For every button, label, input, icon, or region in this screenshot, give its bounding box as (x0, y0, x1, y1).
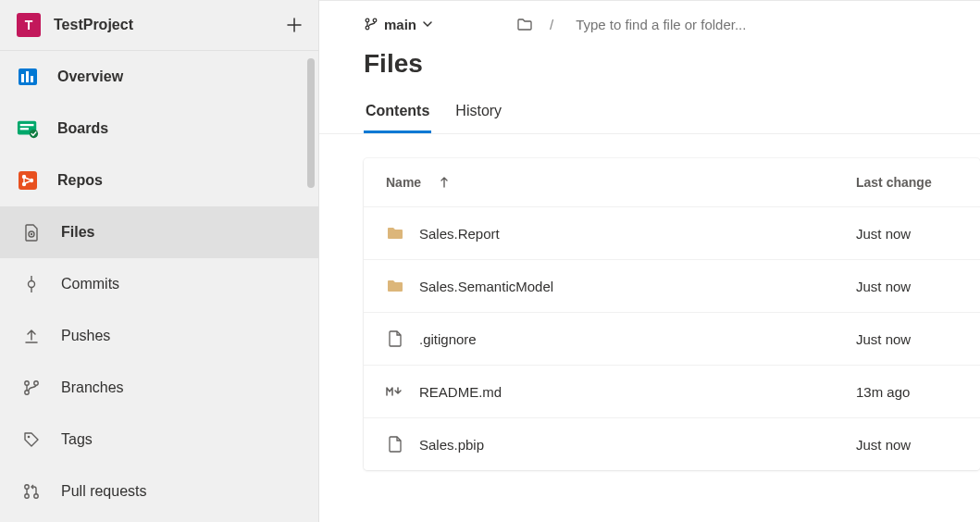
main-content: main / Files Contents History Name Last … (319, 0, 980, 522)
sidebar-item-branches[interactable]: Branches (0, 362, 318, 414)
svg-point-19 (25, 485, 29, 489)
svg-point-21 (34, 494, 38, 498)
commits-icon (20, 273, 43, 295)
svg-point-17 (34, 381, 38, 385)
branch-name: main (384, 17, 416, 32)
table-row[interactable]: Sales.Report Just now (364, 207, 980, 260)
sidebar-item-label: Boards (57, 120, 108, 137)
sidebar-item-boards[interactable]: Boards (0, 103, 318, 155)
boards-icon (17, 118, 39, 140)
sidebar-item-pull-requests[interactable]: Pull requests (0, 466, 318, 517)
file-change: Just now (856, 226, 958, 242)
file-name: README.md (419, 384, 502, 400)
file-table: Name Last change Sales.Report Just now (364, 158, 980, 470)
file-name: Sales.SemanticModel (419, 279, 553, 294)
folder-icon (386, 224, 404, 242)
tabs: Contents History (319, 97, 980, 134)
breadcrumb-separator: / (550, 17, 553, 32)
branches-icon (20, 377, 43, 399)
svg-rect-6 (20, 128, 29, 130)
svg-point-24 (373, 19, 377, 22)
nav: Overview Boards Repos Files Commits (0, 51, 318, 522)
table-row[interactable]: README.md 13m ago (364, 366, 980, 418)
breadcrumb: main / (319, 16, 980, 49)
sidebar-item-label: Overview (57, 68, 123, 85)
sidebar-item-label: Pull requests (61, 483, 147, 500)
sort-ascending-icon (440, 177, 449, 188)
sidebar-item-label: Pushes (61, 328, 110, 344)
folder-icon (386, 277, 404, 295)
file-change: Just now (856, 331, 958, 347)
svg-point-11 (30, 179, 33, 182)
svg-rect-1 (21, 74, 24, 82)
sidebar-item-label: Files (61, 224, 94, 241)
sidebar-item-label: Repos (57, 172, 103, 189)
project-name[interactable]: TestProject (54, 17, 274, 33)
svg-rect-2 (26, 71, 29, 82)
file-change: Just now (856, 279, 958, 294)
svg-point-23 (366, 26, 369, 30)
sidebar-item-label: Branches (61, 379, 124, 396)
svg-rect-3 (31, 76, 33, 82)
sidebar-item-commits[interactable]: Commits (0, 258, 318, 310)
pull-requests-icon (20, 480, 43, 503)
table-row[interactable]: Sales.SemanticModel Just now (364, 260, 980, 313)
tags-icon (20, 429, 43, 451)
sidebar-item-files[interactable]: Files (0, 206, 318, 258)
scrollbar-thumb[interactable] (307, 58, 315, 188)
file-name: Sales.Report (419, 226, 500, 242)
svg-rect-8 (19, 171, 37, 190)
files-icon (20, 221, 43, 243)
sidebar-item-tags[interactable]: Tags (0, 414, 318, 466)
file-change: 13m ago (856, 384, 958, 400)
path-search-input[interactable] (576, 17, 853, 32)
sidebar-item-pushes[interactable]: Pushes (0, 310, 318, 362)
svg-point-16 (25, 391, 29, 394)
branch-selector[interactable]: main (364, 17, 433, 32)
column-header-name[interactable]: Name (386, 175, 856, 190)
file-table-header: Name Last change (364, 158, 980, 207)
folder-icon[interactable] (516, 16, 533, 32)
file-name: .gitignore (419, 331, 477, 347)
tab-contents[interactable]: Contents (364, 97, 431, 133)
sidebar-item-label: Tags (61, 431, 93, 448)
pushes-icon (20, 325, 43, 347)
overview-icon (17, 66, 39, 88)
svg-point-13 (31, 233, 32, 235)
column-header-change[interactable]: Last change (856, 175, 958, 190)
tab-history[interactable]: History (453, 97, 503, 133)
chevron-down-icon (422, 19, 433, 30)
svg-rect-5 (20, 124, 34, 126)
svg-point-22 (366, 19, 369, 22)
file-change: Just now (856, 437, 958, 453)
project-header: T TestProject (0, 0, 318, 51)
svg-point-18 (28, 436, 31, 439)
page-title: Files (319, 49, 980, 97)
add-icon[interactable] (287, 18, 302, 32)
svg-point-15 (25, 381, 29, 385)
sidebar-item-repos[interactable]: Repos (0, 155, 318, 206)
branch-icon (364, 17, 378, 31)
file-icon (386, 435, 404, 454)
table-row[interactable]: .gitignore Just now (364, 313, 980, 366)
sidebar-item-label: Commits (61, 276, 119, 292)
repos-icon (17, 169, 39, 192)
project-badge: T (17, 13, 41, 37)
sidebar-item-overview[interactable]: Overview (0, 51, 318, 103)
svg-point-20 (25, 494, 29, 498)
table-row[interactable]: Sales.pbip Just now (364, 418, 980, 470)
svg-point-14 (29, 281, 35, 288)
file-icon (386, 329, 404, 348)
markdown-icon (386, 382, 404, 401)
sidebar: T TestProject Overview Boards Repos (0, 0, 319, 522)
file-name: Sales.pbip (419, 437, 484, 453)
